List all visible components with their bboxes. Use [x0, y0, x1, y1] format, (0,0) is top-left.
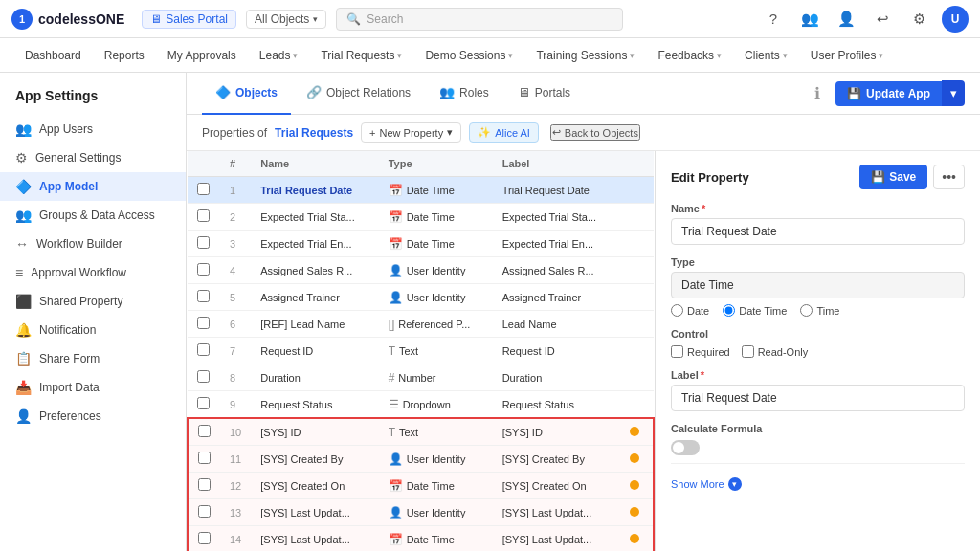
required-checkbox-label[interactable]: Required [671, 345, 730, 358]
table-row[interactable]: 5 Assigned Trainer 👤User Identity Assign… [188, 284, 654, 311]
nav-clients[interactable]: Clients▾ [735, 38, 797, 73]
radio-time[interactable]: Time [800, 304, 839, 317]
radio-date[interactable]: Date [671, 304, 709, 317]
row-name[interactable]: [SYS] Created On [251, 473, 378, 499]
radio-datetime-input[interactable] [723, 304, 735, 317]
row-checkbox-cell[interactable] [188, 473, 220, 499]
back-to-objects-button[interactable]: ↩ Back to Objects [550, 124, 640, 141]
row-checkbox[interactable] [197, 290, 210, 302]
save-button[interactable]: 💾 Save [859, 165, 927, 189]
row-checkbox-cell[interactable] [188, 446, 220, 473]
table-row[interactable]: 3 Expected Trial En... 📅Date Time Expect… [188, 231, 654, 257]
row-checkbox[interactable] [197, 397, 210, 409]
row-name[interactable]: Assigned Sales R... [251, 257, 378, 284]
name-input[interactable] [671, 218, 965, 245]
row-checkbox-cell[interactable] [188, 338, 220, 364]
sidebar-item-app-users[interactable]: 👥 App Users [0, 115, 186, 143]
row-name[interactable]: [SYS] Last Updat... [251, 499, 378, 526]
row-checkbox-cell[interactable] [188, 418, 220, 446]
help-icon[interactable]: ? [760, 6, 787, 33]
row-checkbox-cell[interactable] [188, 231, 220, 257]
table-row[interactable]: 13 [SYS] Last Updat... 👤User Identity [S… [188, 499, 654, 526]
label-input[interactable] [671, 385, 965, 411]
sidebar-item-notification[interactable]: 🔔 Notification [0, 316, 186, 344]
sidebar-item-import-data[interactable]: 📥 Import Data [0, 373, 186, 402]
row-name[interactable]: Request ID [251, 338, 378, 364]
search-bar[interactable]: 🔍 Search [336, 8, 623, 31]
row-name[interactable]: [SYS] Created By [251, 446, 378, 473]
radio-time-input[interactable] [800, 304, 813, 317]
history-icon[interactable]: ↩ [869, 6, 896, 33]
sidebar-item-share-form[interactable]: 📋 Share Form [0, 344, 186, 373]
row-checkbox-cell[interactable] [188, 499, 220, 526]
table-row[interactable]: 2 Expected Trial Sta... 📅Date Time Expec… [188, 204, 654, 231]
table-row[interactable]: 9 Request Status ☰Dropdown Request Statu… [188, 391, 654, 419]
row-checkbox[interactable] [197, 343, 210, 356]
type-input[interactable] [671, 272, 965, 298]
row-name[interactable]: Duration [251, 364, 378, 391]
row-checkbox-cell[interactable] [188, 364, 220, 391]
users-icon[interactable]: 👥 [796, 6, 823, 33]
sidebar-item-general-settings[interactable]: ⚙ General Settings [0, 143, 186, 172]
row-name[interactable]: Assigned Trainer [251, 284, 378, 311]
profile-icon[interactable]: 👤 [833, 6, 859, 33]
row-checkbox-cell[interactable] [188, 177, 220, 204]
row-checkbox-cell[interactable] [188, 391, 220, 419]
table-row[interactable]: 12 [SYS] Created On 📅Date Time [SYS] Cre… [188, 473, 654, 499]
nav-trial-requests[interactable]: Trial Requests▾ [311, 38, 412, 73]
table-row[interactable]: 1 Trial Request Date 📅Date Time Trial Re… [188, 177, 654, 204]
settings-icon[interactable]: ⚙ [905, 6, 932, 33]
calculate-formula-toggle[interactable] [671, 440, 700, 455]
row-checkbox[interactable] [198, 425, 211, 437]
app-badge[interactable]: 🖥 Sales Portal [142, 10, 236, 29]
readonly-checkbox-label[interactable]: Read-Only [742, 345, 809, 358]
tab-objects[interactable]: 🔷 Objects [202, 73, 291, 115]
update-app-button[interactable]: 💾 Update App [835, 81, 942, 106]
sidebar-item-shared-property[interactable]: ⬛ Shared Property [0, 287, 186, 316]
radio-date-input[interactable] [671, 304, 683, 317]
row-checkbox-cell[interactable] [188, 311, 220, 338]
tab-object-relations[interactable]: 🔗 Object Relations [293, 73, 424, 115]
row-checkbox-cell[interactable] [188, 204, 220, 231]
sidebar-item-preferences[interactable]: 👤 Preferences [0, 402, 186, 430]
sidebar-item-groups-data[interactable]: 👥 Groups & Data Access [0, 201, 186, 230]
table-row[interactable]: 4 Assigned Sales R... 👤User Identity Ass… [188, 257, 654, 284]
row-checkbox[interactable] [197, 183, 210, 195]
nav-leads[interactable]: Leads▾ [250, 38, 308, 73]
row-checkbox[interactable] [198, 532, 211, 544]
row-name[interactable]: Trial Request Date [251, 177, 378, 204]
row-checkbox[interactable] [198, 505, 211, 518]
row-checkbox-cell[interactable] [188, 257, 220, 284]
tab-portals[interactable]: 🖥 Portals [504, 73, 584, 115]
readonly-checkbox[interactable] [742, 345, 754, 358]
table-row[interactable]: 14 [SYS] Last Updat... 📅Date Time [SYS] … [188, 526, 654, 552]
table-row[interactable]: 11 [SYS] Created By 👤User Identity [SYS]… [188, 446, 654, 473]
row-checkbox[interactable] [197, 317, 210, 329]
row-checkbox[interactable] [197, 263, 210, 276]
sidebar-item-workflow-builder[interactable]: ↔ Workflow Builder [0, 230, 186, 258]
show-more-link[interactable]: Show More ▾ [671, 477, 965, 491]
tab-help-icon[interactable]: ℹ [814, 84, 820, 102]
nav-feedbacks[interactable]: Feedbacks▾ [648, 38, 731, 73]
row-checkbox[interactable] [197, 236, 210, 249]
table-row[interactable]: 8 Duration #Number Duration [188, 364, 654, 391]
row-checkbox-cell[interactable] [188, 526, 220, 552]
sidebar-item-app-model[interactable]: 🔷 App Model [0, 172, 186, 201]
row-checkbox[interactable] [197, 209, 210, 222]
sidebar-item-approval-workflow[interactable]: ≡ Approval Workflow [0, 258, 186, 287]
row-checkbox[interactable] [198, 452, 211, 464]
row-checkbox[interactable] [198, 478, 211, 491]
row-name[interactable]: [SYS] ID [251, 418, 378, 446]
nav-dashboard[interactable]: Dashboard [15, 38, 91, 73]
row-name[interactable]: [REF] Lead Name [251, 311, 378, 338]
nav-training-sessions[interactable]: Training Sessions▾ [526, 38, 644, 73]
row-checkbox[interactable] [197, 370, 210, 383]
alice-ai-button[interactable]: ✨ Alice AI [469, 122, 539, 143]
table-row[interactable]: 6 [REF] Lead Name []Referenced P... Lead… [188, 311, 654, 338]
row-name[interactable]: Expected Trial En... [251, 231, 378, 257]
radio-datetime[interactable]: Date Time [723, 304, 787, 317]
table-row[interactable]: 7 Request ID TText Request ID [188, 338, 654, 364]
row-name[interactable]: Request Status [251, 391, 378, 419]
more-options-button[interactable]: ••• [933, 165, 965, 189]
nav-demo-sessions[interactable]: Demo Sessions▾ [415, 38, 523, 73]
